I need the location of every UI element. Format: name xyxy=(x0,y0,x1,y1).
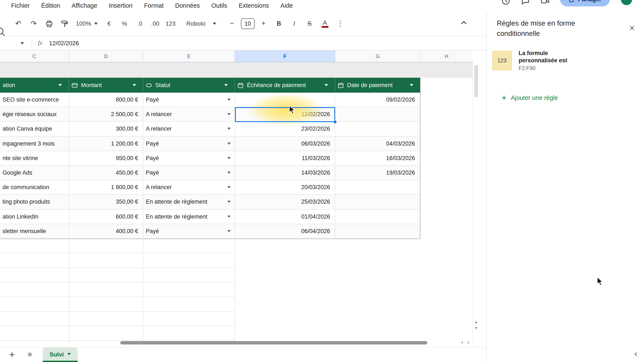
collapse-toolbar-button[interactable] xyxy=(457,17,470,30)
vertical-scrollbar-thumb[interactable] xyxy=(474,65,478,97)
comment-icon[interactable] xyxy=(521,0,530,6)
column-menu-icon[interactable] xyxy=(324,84,328,86)
cell-echeance[interactable]: 11/03/2026 xyxy=(235,151,335,166)
menu-item[interactable]: Données xyxy=(175,2,200,9)
redo-button[interactable]: ↷ xyxy=(27,17,40,30)
cell-date-paiement[interactable]: 04/03/2026 xyxy=(335,136,420,151)
cell-prestation[interactable]: Google Ads xyxy=(0,166,69,180)
all-sheets-button[interactable]: ≡ xyxy=(24,350,36,359)
zoom-select[interactable]: 100% xyxy=(73,17,100,30)
decrease-font-size-button[interactable]: − xyxy=(226,17,238,30)
close-panel-button[interactable]: × xyxy=(629,24,634,33)
menu-item[interactable]: Extensions xyxy=(238,2,269,9)
vertical-scrollbar[interactable]: ▲▼ xyxy=(472,62,479,347)
increase-decimals-button[interactable]: .00 xyxy=(149,17,162,30)
bold-button[interactable]: B xyxy=(272,17,285,30)
add-rule-button[interactable]: + Ajouter une règle xyxy=(487,94,644,102)
menu-item[interactable]: Fichier xyxy=(11,2,30,9)
statut-dropdown-icon[interactable] xyxy=(227,99,231,101)
font-size-input[interactable] xyxy=(241,18,254,29)
column-menu-icon[interactable] xyxy=(58,84,62,86)
cell-echeance[interactable] xyxy=(235,93,335,107)
statut-dropdown-icon[interactable] xyxy=(227,186,231,188)
cell-echeance[interactable]: 06/03/2026 xyxy=(235,136,335,151)
menu-item[interactable]: Édition xyxy=(41,2,60,9)
table-header-montant[interactable]: Montant xyxy=(69,78,143,93)
cell-prestation[interactable]: ting photo produits xyxy=(0,195,69,209)
table-header-prestation[interactable]: ation xyxy=(0,78,69,93)
sheet-tab-menu-icon[interactable] xyxy=(68,353,71,355)
more-options-button[interactable]: ⋮ xyxy=(334,17,347,30)
column-menu-icon[interactable] xyxy=(410,84,413,86)
statut-dropdown-icon[interactable] xyxy=(227,142,231,145)
column-header-d[interactable]: D xyxy=(69,50,143,62)
table-header-echeance[interactable]: Échéance de paiement xyxy=(235,78,335,93)
currency-format-button[interactable]: € xyxy=(103,17,116,30)
number-format-button[interactable]: 123 xyxy=(164,17,177,30)
column-menu-icon[interactable] xyxy=(224,84,228,86)
meet-camera-icon[interactable] xyxy=(540,0,550,6)
font-select[interactable]: Roboto xyxy=(184,17,219,30)
cell-prestation[interactable]: nte site vitrine xyxy=(0,151,69,166)
conditional-rule-item[interactable]: 123 La formule personnalisée est F2:F90 xyxy=(487,46,644,75)
column-header-e[interactable]: E xyxy=(143,50,235,62)
statut-dropdown-icon[interactable] xyxy=(227,157,231,159)
cell-date-paiement[interactable] xyxy=(335,195,420,209)
menu-item[interactable]: Affichage xyxy=(72,2,97,9)
cell-montant[interactable]: 1 800,00 € xyxy=(69,180,143,195)
table-header-date-paiement[interactable]: Date de paiement xyxy=(335,78,420,93)
cell-prestation[interactable]: ation LinkedIn xyxy=(0,209,69,224)
cell-echeance[interactable]: 20/03/2026 xyxy=(235,180,335,195)
menu-item[interactable]: Outils xyxy=(211,2,227,9)
column-header-h[interactable]: H xyxy=(420,50,472,62)
sheet-tab-active[interactable]: Suivi xyxy=(43,347,78,362)
statut-dropdown-icon[interactable] xyxy=(227,113,231,115)
cell-date-paiement[interactable] xyxy=(335,107,420,122)
scroll-up-icon[interactable]: ▲ xyxy=(474,320,478,324)
cell-date-paiement[interactable] xyxy=(335,209,420,224)
percent-format-button[interactable]: % xyxy=(118,17,131,30)
vertical-scroll-arrows[interactable]: ▲▼ xyxy=(473,320,479,330)
scroll-right-icon[interactable]: › xyxy=(467,339,469,345)
cell-statut[interactable]: A relancer xyxy=(143,180,235,195)
cell-montant[interactable]: 950,00 € xyxy=(69,151,143,166)
paint-format-button[interactable] xyxy=(58,17,71,30)
avatar[interactable] xyxy=(620,0,633,6)
cell-echeance[interactable]: 23/02/2026 xyxy=(235,122,335,136)
cell-montant[interactable]: 450,00 € xyxy=(69,166,143,180)
cell-statut[interactable]: En attente de règlement xyxy=(143,195,235,209)
empty-grid-rows[interactable] xyxy=(0,239,235,345)
decrease-decimals-button[interactable]: .0 xyxy=(134,17,146,30)
cell-statut[interactable]: Payé xyxy=(143,136,235,151)
cell-prestation[interactable]: ation Canva équipe xyxy=(0,122,69,136)
cell-montant[interactable]: 400,00 € xyxy=(69,224,143,238)
horizontal-scroll-arrows[interactable]: ‹› xyxy=(461,339,469,345)
cell-prestation[interactable]: SEO site e-commerce xyxy=(0,93,69,107)
empty-row-1[interactable] xyxy=(0,62,472,78)
undo-button[interactable]: ↶ xyxy=(12,17,25,30)
cell-date-paiement[interactable] xyxy=(335,122,420,136)
italic-button[interactable]: I xyxy=(288,17,301,30)
cell-montant[interactable]: 600,00 € xyxy=(69,209,143,224)
cell-prestation[interactable]: égie réseaux sociaux xyxy=(0,107,69,122)
cell-echeance[interactable]: 01/04/2026 xyxy=(235,209,335,224)
text-color-button[interactable]: A xyxy=(318,17,332,30)
cell-statut[interactable]: Payé xyxy=(143,166,235,180)
cell-statut[interactable]: En attente de règlement xyxy=(143,209,235,224)
share-button[interactable]: Partager xyxy=(560,0,610,7)
table-header-statut[interactable]: Statut xyxy=(143,78,235,93)
cell-date-paiement[interactable] xyxy=(335,224,420,238)
cell-date-paiement[interactable] xyxy=(335,180,420,195)
statut-dropdown-icon[interactable] xyxy=(227,215,231,217)
horizontal-scrollbar[interactable]: ‹› xyxy=(0,340,472,346)
menu-item[interactable]: Aide xyxy=(280,2,293,9)
fill-handle[interactable] xyxy=(333,120,337,124)
cell-statut[interactable]: Payé xyxy=(143,151,235,166)
add-sheet-button[interactable]: + xyxy=(6,349,18,360)
name-box-dropdown-icon[interactable] xyxy=(20,42,24,44)
collapse-panel-icon[interactable]: ‹ xyxy=(634,349,637,358)
cell-prestation[interactable]: mpagnement 3 mois xyxy=(0,136,69,151)
print-button[interactable] xyxy=(43,17,56,30)
statut-dropdown-icon[interactable] xyxy=(227,128,231,130)
column-menu-icon[interactable] xyxy=(133,84,136,86)
